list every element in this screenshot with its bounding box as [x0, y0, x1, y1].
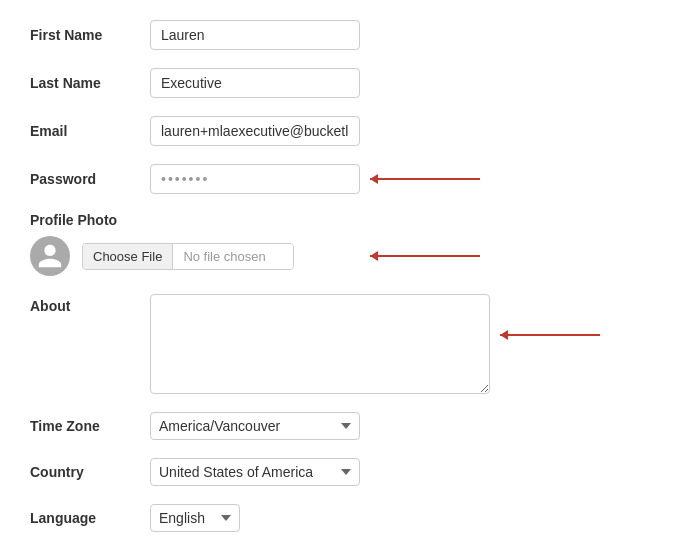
email-label: Email	[30, 123, 150, 139]
choose-file-button[interactable]: Choose File	[83, 244, 173, 269]
language-label: Language	[30, 510, 150, 526]
about-arrowhead	[500, 330, 508, 340]
profile-photo-content: Choose File No file chosen	[30, 236, 658, 276]
user-icon	[36, 242, 64, 270]
file-input-area[interactable]: Choose File No file chosen	[82, 243, 294, 270]
first-name-input[interactable]	[150, 20, 360, 50]
about-textarea[interactable]	[150, 294, 490, 394]
email-row: Email	[30, 116, 658, 146]
country-label: Country	[30, 464, 150, 480]
about-arrow	[500, 334, 600, 336]
about-arrow-line	[500, 334, 600, 336]
profile-photo-label: Profile Photo	[30, 212, 658, 228]
country-row: Country United States of America	[30, 458, 658, 486]
last-name-row: Last Name	[30, 68, 658, 98]
country-select[interactable]: United States of America	[150, 458, 360, 486]
first-name-row: First Name	[30, 20, 658, 50]
arrow-line	[370, 178, 480, 180]
timezone-row: Time Zone America/Vancouver	[30, 412, 658, 440]
no-file-label: No file chosen	[173, 244, 293, 269]
timezone-select[interactable]: America/Vancouver	[150, 412, 360, 440]
last-name-input[interactable]	[150, 68, 360, 98]
avatar	[30, 236, 70, 276]
language-row: Language English	[30, 504, 658, 532]
file-arrow	[370, 255, 480, 257]
file-arrow-line	[370, 255, 480, 257]
timezone-label: Time Zone	[30, 418, 150, 434]
arrowhead	[370, 174, 378, 184]
about-label: About	[30, 294, 150, 314]
first-name-label: First Name	[30, 27, 150, 43]
last-name-label: Last Name	[30, 75, 150, 91]
file-arrowhead	[370, 251, 378, 261]
about-row: About	[30, 294, 658, 394]
language-select[interactable]: English	[150, 504, 240, 532]
email-input[interactable]	[150, 116, 360, 146]
password-arrow	[370, 178, 480, 180]
password-input[interactable]	[150, 164, 360, 194]
password-row: Password	[30, 164, 658, 194]
profile-photo-row: Profile Photo Choose File No file chosen	[30, 212, 658, 276]
password-label: Password	[30, 171, 150, 187]
